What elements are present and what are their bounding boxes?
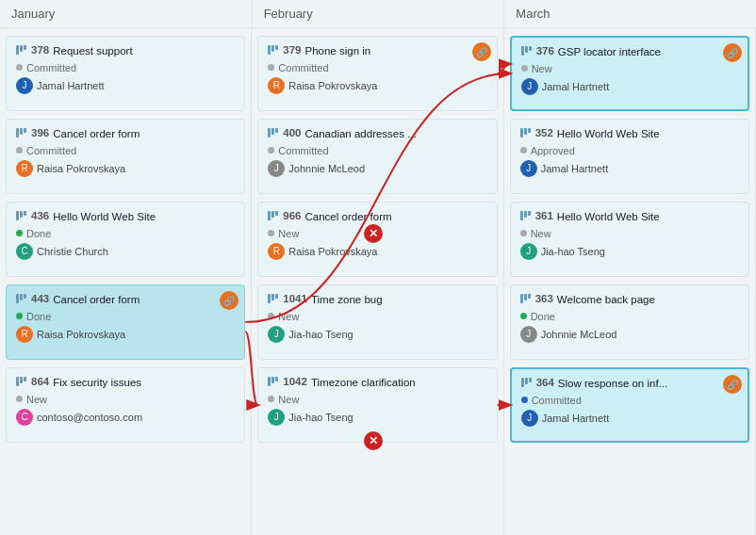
col-header-february: February (253, 0, 505, 27)
card-id: 1041 (283, 293, 307, 304)
task-card[interactable]: 1041Time zone bugNewJJia-hao Tseng (257, 284, 497, 360)
card-status-row: Committed (16, 62, 235, 73)
card-status-row: Committed (268, 62, 486, 73)
task-card[interactable]: 864Fix security issuesNewCcontoso@contos… (6, 367, 245, 443)
card-title-row: 436Hello World Web Site (16, 210, 235, 224)
avatar: J (521, 78, 538, 95)
column-march: 🔗376GSP locator interfaceNewJJamal Hartn… (504, 28, 756, 535)
link-icon[interactable]: 🔗 (723, 43, 742, 62)
task-card[interactable]: 361Hello World Web SiteNewJJia-hao Tseng (510, 202, 749, 277)
card-name: Timezone clarification (311, 376, 416, 390)
user-name: Raisa Pokrovskaya (288, 246, 377, 257)
status-dot (16, 396, 23, 402)
bar-chart-icon (520, 128, 532, 138)
card-user-row: JJia-hao Tseng (520, 243, 739, 260)
bar-chart-icon (268, 294, 279, 303)
avatar: J (520, 243, 537, 260)
bar-chart-icon (521, 46, 533, 56)
status-dot (521, 65, 528, 72)
avatar: J (268, 409, 285, 426)
status-text: Committed (26, 62, 76, 73)
status-text: New (532, 63, 552, 74)
card-user-row: JJohnnie McLeod (268, 160, 486, 177)
task-card[interactable]: 🔗364Slow response on inf...CommittedJJam… (510, 367, 749, 443)
calendar-header: January February March (0, 0, 756, 28)
card-user-row: Ccontoso@contoso.com (16, 409, 235, 426)
status-dot (268, 396, 274, 402)
card-title-row: 864Fix security issues (16, 376, 235, 390)
card-name: Hello World Web Site (53, 210, 156, 224)
user-name: Johnnie McLeod (288, 163, 365, 174)
card-id: 363 (535, 293, 553, 304)
card-name: Cancel order form (53, 293, 140, 307)
user-name: Raisa Pokrovskaya (37, 163, 125, 174)
card-title-row: 379Phone sign in (268, 44, 486, 58)
card-id: 396 (31, 127, 49, 138)
user-name: Jamal Hartnett (542, 81, 610, 92)
card-name: Cancel order form (305, 210, 392, 224)
bar-chart-icon (16, 45, 27, 55)
task-card[interactable]: 🔗376GSP locator interfaceNewJJamal Hartn… (510, 36, 749, 111)
card-status-row: Done (16, 311, 235, 322)
card-user-row: RRaisa Pokrovskaya (268, 243, 486, 260)
card-user-row: RRaisa Pokrovskaya (16, 326, 235, 343)
bar-chart-icon (268, 45, 279, 55)
avatar: R (268, 77, 285, 94)
col-header-march: March (504, 0, 756, 27)
task-card[interactable]: 436Hello World Web SiteDoneCChristie Chu… (6, 202, 245, 277)
card-user-row: JJamal Hartnett (16, 77, 235, 94)
task-card[interactable]: 363Welcome back pageDoneJJohnnie McLeod (510, 284, 749, 360)
task-card[interactable]: 1042Timezone clarificationNewJJia-hao Ts… (257, 367, 497, 443)
user-name: Christie Church (37, 246, 108, 257)
card-user-row: JJamal Hartnett (521, 410, 738, 427)
link-icon[interactable]: 🔗 (723, 375, 742, 394)
link-icon[interactable]: 🔗 (472, 42, 491, 61)
card-id: 1042 (283, 376, 307, 387)
task-card[interactable]: 396Cancel order formCommittedRRaisa Pokr… (6, 119, 245, 194)
card-title-row: 363Welcome back page (520, 293, 739, 307)
card-status-row: New (16, 394, 235, 405)
card-name: Canadian addresses ... (305, 127, 417, 141)
task-card[interactable]: 378Request supportCommittedJJamal Hartne… (6, 36, 245, 111)
card-name: Slow response on inf... (558, 377, 667, 391)
user-name: Raisa Pokrovskaya (288, 80, 377, 91)
bar-chart-icon (520, 211, 532, 220)
card-name: Request support (53, 44, 132, 58)
status-dot (16, 313, 23, 319)
avatar: J (16, 77, 33, 94)
bar-chart-icon (520, 294, 532, 303)
user-name: Jia-hao Tseng (288, 412, 353, 423)
card-title-row: 396Cancel order form (16, 127, 235, 141)
status-text: Approved (531, 145, 575, 156)
card-id: 443 (31, 293, 49, 304)
user-name: Jia-hao Tseng (288, 329, 353, 340)
card-user-row: RRaisa Pokrovskaya (16, 160, 235, 177)
status-dot (16, 230, 23, 236)
avatar: R (16, 160, 33, 177)
task-card[interactable]: 🔗443Cancel order formDoneRRaisa Pokrovsk… (6, 284, 245, 360)
user-name: contoso@contoso.com (37, 412, 142, 423)
card-id: 400 (283, 127, 301, 138)
status-text: Committed (278, 145, 328, 156)
avatar: J (521, 410, 538, 427)
card-user-row: JJamal Hartnett (520, 160, 739, 177)
card-name: Hello World Web Site (557, 210, 660, 224)
column-january: 378Request supportCommittedJJamal Hartne… (0, 28, 252, 535)
card-name: Cancel order form (53, 127, 140, 141)
card-status-row: New (521, 63, 738, 74)
task-card[interactable]: 352Hello World Web SiteApprovedJJamal Ha… (510, 119, 749, 194)
task-card[interactable]: 400Canadian addresses ...CommittedJJohnn… (257, 119, 497, 194)
bar-chart-icon (16, 211, 27, 220)
card-name: Welcome back page (557, 293, 655, 307)
card-title-row: 1041Time zone bug (268, 293, 486, 307)
card-id: 364 (536, 377, 554, 388)
status-text: Committed (278, 62, 328, 73)
card-user-row: JJohnnie McLeod (520, 326, 739, 343)
card-id: 379 (283, 44, 301, 56)
avatar: C (16, 243, 33, 260)
status-text: New (26, 394, 47, 405)
bar-chart-icon (16, 377, 27, 386)
task-card[interactable]: 🔗379Phone sign inCommittedRRaisa Pokrovs… (257, 36, 497, 111)
link-icon[interactable]: 🔗 (220, 291, 238, 310)
card-title-row: 378Request support (16, 44, 235, 58)
